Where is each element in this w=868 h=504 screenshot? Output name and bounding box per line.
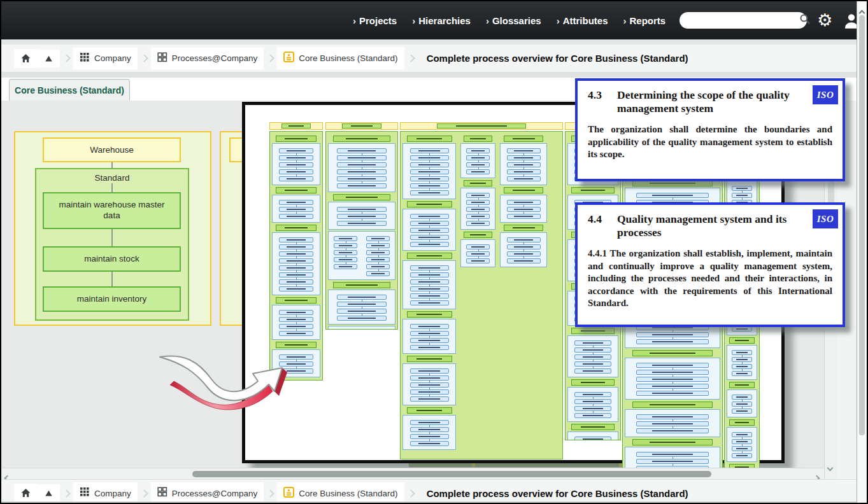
clause-body: The organization shall determine the bou… — [588, 123, 834, 161]
mini-process-box — [337, 162, 387, 167]
callout-heading: 4.3 Determining the scope of the quality… — [588, 88, 834, 115]
mini-process-panel — [328, 290, 395, 325]
mini-text-placeholder — [652, 379, 694, 380]
mini-text-placeholder — [514, 260, 533, 262]
mini-text-placeholder — [348, 157, 376, 158]
breadcrumb-item-processes-company[interactable]: Processes@Company — [151, 482, 264, 504]
mini-text-placeholder — [287, 246, 306, 248]
window-scrollbar[interactable] — [857, 1, 867, 503]
breadcrumb-item-company[interactable]: Company — [73, 48, 138, 69]
search-box[interactable] — [679, 12, 807, 29]
mini-process-box — [337, 221, 387, 226]
process-maintain-inventory[interactable]: maintain inventory — [43, 286, 181, 312]
window-scrollbar-thumb[interactable] — [859, 15, 865, 435]
mini-text-placeholder — [652, 195, 694, 196]
mini-text-placeholder — [418, 171, 440, 172]
mini-text-placeholder — [652, 461, 694, 462]
standard-group-label: Standard — [36, 173, 188, 183]
mini-process-box — [732, 446, 752, 451]
mini-text-placeholder — [418, 185, 440, 186]
mini-sub-column — [331, 329, 360, 330]
mini-text-placeholder — [287, 319, 306, 320]
mini-text-placeholder — [736, 455, 747, 456]
mini-text-placeholder — [418, 150, 440, 151]
mini-text-placeholder — [736, 434, 747, 435]
breadcrumb-item-processes-company[interactable]: Processes@Company — [151, 48, 264, 69]
horizontal-scrollbar-thumb[interactable] — [192, 471, 711, 477]
mini-process-box — [337, 295, 387, 300]
process-maintain-warehouse-master-data[interactable]: maintain warehouse master data — [43, 192, 181, 229]
mini-text-placeholder — [418, 288, 440, 290]
warehouse-node[interactable]: Warehouse — [43, 137, 181, 162]
mini-process-box — [279, 237, 313, 242]
divider — [1, 39, 857, 45]
mini-text-placeholder — [736, 195, 747, 196]
mini-process-box — [410, 235, 449, 240]
mini-process-panel — [460, 143, 495, 178]
mini-process-panel — [625, 447, 720, 468]
mini-process-box — [466, 200, 490, 205]
process-maintain-stock[interactable]: maintain stock — [43, 246, 181, 272]
navigate-up-button[interactable] — [38, 50, 60, 67]
mini-text-placeholder — [418, 178, 440, 179]
mini-process-panel — [567, 335, 618, 377]
mini-process-box — [410, 345, 449, 350]
mini-text-placeholder — [583, 408, 603, 409]
mini-text-placeholder — [285, 344, 308, 346]
nav-item-reports[interactable]: ›Reports — [623, 15, 665, 26]
search-input[interactable] — [687, 16, 799, 25]
breadcrumb-label: Core Business (Standard) — [299, 489, 397, 498]
breadcrumb-separator-icon — [62, 54, 71, 62]
mini-text-placeholder — [418, 370, 440, 372]
scroll-down-icon[interactable] — [828, 461, 832, 473]
mini-text-placeholder — [581, 382, 605, 383]
mini-column-title — [281, 123, 310, 129]
navigate-up-button[interactable] — [38, 484, 60, 502]
mini-text-placeholder — [736, 410, 747, 412]
horizontal-scrollbar[interactable] — [1, 468, 824, 479]
breadcrumb-separator-icon — [62, 489, 71, 498]
mini-process-box — [732, 193, 752, 198]
mini-text-placeholder — [514, 157, 533, 158]
mini-process-box — [466, 251, 490, 256]
mini-stack — [460, 134, 495, 269]
mini-text-placeholder — [736, 373, 747, 374]
mini-text-placeholder — [583, 363, 603, 365]
mini-process-box — [410, 368, 449, 374]
tab-core-business-standard[interactable]: Core Business (Standard) — [9, 79, 130, 101]
mini-text-placeholder — [287, 164, 306, 165]
mini-process-box — [636, 384, 709, 389]
mini-text-placeholder — [288, 125, 304, 127]
mini-sub-column — [363, 329, 393, 330]
mini-process-panel — [328, 143, 395, 192]
breadcrumb-item-core-business-standard-[interactable]: Core Business (Standard) — [277, 47, 404, 69]
breadcrumb-item-core-business-standard-[interactable]: Core Business (Standard) — [277, 482, 404, 504]
mini-process-box — [507, 169, 541, 174]
breadcrumb-item-company[interactable]: Company — [73, 482, 138, 504]
search-icon[interactable] — [799, 13, 811, 27]
mini-text-placeholder — [418, 377, 440, 379]
home-button[interactable] — [14, 49, 38, 68]
mini-process-box — [279, 324, 313, 329]
nav-item-hierarchies[interactable]: ›Hierarchies — [412, 15, 471, 26]
mini-text-placeholder — [583, 342, 603, 344]
mini-text-placeholder — [287, 178, 306, 179]
home-button[interactable] — [14, 484, 38, 503]
mini-text-placeholder — [287, 267, 306, 269]
nav-item-attributes[interactable]: ›Attributes — [557, 15, 608, 26]
mini-process-box — [574, 406, 611, 411]
mini-text-placeholder — [581, 426, 605, 428]
mini-process-box — [410, 169, 449, 174]
mini-process-panel — [727, 389, 757, 417]
mini-text-placeholder — [287, 274, 306, 276]
nav-item-projects[interactable]: ›Projects — [353, 15, 397, 26]
nav-item-glossaries[interactable]: ›Glossaries — [486, 15, 541, 26]
mini-text-placeholder — [371, 266, 385, 267]
mini-section-header — [571, 328, 614, 334]
mini-section-header — [504, 187, 543, 193]
mini-process-box — [410, 221, 449, 226]
mini-process-box — [574, 361, 611, 367]
mini-section-header — [571, 424, 614, 430]
mini-text-placeholder — [652, 423, 694, 424]
settings-gear-icon[interactable]: ⚙ — [817, 12, 832, 29]
